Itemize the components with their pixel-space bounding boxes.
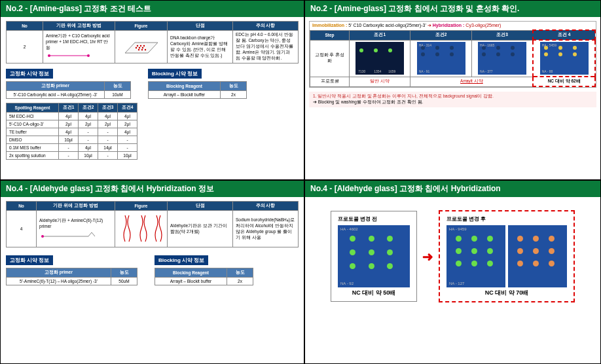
chip-image-c3: HA - 1665 NA - 377	[478, 42, 526, 75]
hdr-cons: 단점	[168, 22, 233, 31]
row2-arrayit: Arrayit 시약	[410, 77, 533, 86]
chip-image-after-green: HA - 9459 NA - 127	[446, 225, 505, 287]
spot-title: Spotting Reagent	[7, 103, 59, 113]
hdr-c3: 조건3	[471, 30, 533, 40]
after-block: 프로토콜 변경 후 HA - 9459 NA - 127	[439, 210, 575, 302]
spot-row: 5M EDC-HCl4μl4μl4μl4μl	[7, 113, 137, 120]
primer-section-label: 고정화 시약 정보	[6, 255, 53, 265]
blocking-hdr-2: 농도	[221, 82, 247, 91]
primer-val-1: 5'-C10 Carboxylic acid – HA oligo(25mer)…	[7, 91, 105, 99]
cell-caution: EDC는 pH 4.0 ~ 6.0에서 반응 잘 됨. Carboxy는 약산,…	[233, 31, 299, 64]
primer-hdr-2: 농도	[105, 82, 131, 91]
hdr-no: No	[7, 202, 37, 211]
molecule-diagram-icon	[39, 228, 98, 240]
after-caption: NC 대비 약 70배	[446, 289, 567, 297]
method-table: No 기판 위에 고정화 방법 Figure 단점 주의 사항 2 Amine기…	[6, 21, 299, 64]
dna-helix-icon	[118, 212, 164, 245]
spot-row: DMSO10μl---	[7, 136, 137, 144]
blocking-val-1: Arrayit – Blockit buffer	[149, 91, 221, 99]
cell-no: 2	[7, 31, 43, 64]
primer-table: 고정화 primer농도 5'-C10 Carboxylic acid – HA…	[6, 81, 131, 99]
blocking-val-2: 2x	[227, 278, 253, 285]
hdr-figure: Figure	[115, 202, 168, 211]
panel-amine-condition-test: No.2 - [Amine-glass] 고정화 조건 테스트 No 기판 위에…	[0, 0, 304, 180]
footnote: 1. 일반시약 적용시 고정화 및 혼성화는 이루어 지나, 전체적으로 bac…	[309, 92, 596, 107]
primer-hdr-2: 농도	[111, 268, 137, 278]
cell-method: Aldehyde기판 + AmineC(6)-T(12) primer	[39, 218, 103, 228]
svg-point-11	[141, 49, 142, 50]
after-label: 프로토콜 변경 후	[446, 215, 567, 223]
svg-point-4	[135, 47, 136, 48]
panel-title: No.2 - [Amine-glass] 고정화 칩에서 고정화 및 혼성화 확…	[305, 1, 600, 17]
chip-image-before: HA - 4602 NA - 92	[338, 225, 410, 287]
primer-val-2: 10uM	[105, 91, 131, 99]
hdr-caution: 주의 사항	[233, 22, 299, 31]
cell-caution: Sodium borohydride(NaBH₄)로 처리하여 Alcohol에…	[233, 211, 299, 247]
blocking-hdr-1: Blocking Reagent	[149, 82, 221, 91]
svg-point-8	[139, 45, 141, 46]
arrow-icon: ➜	[422, 249, 433, 264]
spot-c3: 조건3	[98, 103, 118, 113]
method-table: No 기판 위에 고정화 방법 Figure 단점 주의 사항 4 Aldehy…	[6, 201, 299, 247]
panel-amine-hybridization-check: No.2 - [Amine-glass] 고정화 칩에서 고정화 및 혼성화 확…	[304, 0, 601, 180]
svg-point-10	[137, 49, 139, 50]
svg-point-7	[136, 45, 137, 46]
hdr-figure: Figure	[115, 22, 168, 31]
nc-ratio: NC 대비 약 62배	[533, 77, 595, 86]
primer-val-2: 50uM	[111, 278, 137, 285]
before-block: 프로토콜 변경 전 HA - 4602 NA - 92 NC 대비 약 50배	[331, 211, 417, 302]
before-label: 프로토콜 변경 전	[338, 215, 410, 223]
primer-hdr-1: 고정화 primer	[7, 82, 105, 91]
chip-image-c2: HA - 314 NA - 91	[417, 42, 465, 75]
primer-val-1: 5'-AmineC(6)-T(12) – HA oligo(25mer) -3'	[7, 278, 111, 285]
blocking-table: Blocking Reagent농도 Arrayit – Blockit buf…	[155, 268, 253, 285]
cell-cons: DNA backbon charge가 Carboxy와 Amine결합을 방해…	[168, 31, 233, 64]
blocking-table: Blocking Reagent농도 Arrayit – Blockit buf…	[148, 81, 247, 99]
chip-image-c1: 7130 1354 1659	[355, 42, 404, 75]
condition-chip-table: Step 조건1 조건2 조건3 조건 4 고정화 후 혼성화 7130 135…	[310, 29, 596, 87]
cell-cons: Aldehyde기판은 보관 기간이 짧음(약 2개월)	[168, 211, 233, 247]
hdr-no: No	[7, 22, 43, 31]
before-caption: NC 대비 약 50배	[338, 289, 410, 297]
panel-title: No.2 - [Amine-glass] 고정화 조건 테스트	[1, 1, 304, 17]
hdr-method: 기판 위에 고정화 방법	[43, 22, 115, 31]
blocking-hdr-2: 농도	[227, 268, 253, 278]
blocking-hdr-1: Blocking Reagent	[155, 268, 227, 278]
panel-title: No.4 - [Aldehyde glass] 고정화 칩에서 Hybridiz…	[1, 181, 304, 197]
spot-row: 2x spotting solution-10μl-10μl	[7, 152, 137, 160]
hdr-step: Step	[310, 30, 350, 40]
hdr-c4: 조건 4	[533, 30, 595, 40]
cell-method: Amine기판 + C10 Carboxylic acid primer + 1…	[46, 33, 110, 50]
row2-label: 프로토콜	[310, 77, 350, 86]
hdr-c1: 조건1	[350, 30, 410, 40]
step-label: 고정화 후 혼성화	[310, 40, 350, 77]
svg-point-2	[87, 54, 90, 57]
spot-c4: 조건4	[118, 103, 137, 113]
spot-c1: 조건1	[59, 103, 79, 113]
chip-image-after-orange	[508, 225, 567, 287]
primer-table: 고정화 primer농도 5'-AmineC(6)-T(12) – HA oli…	[6, 268, 137, 285]
panel-title: No.4 - [Aldehyde glass] 고정화 칩에서 Hybridiz…	[305, 181, 600, 197]
svg-point-12	[144, 49, 145, 50]
svg-marker-3	[125, 43, 158, 53]
cell-no: 4	[7, 211, 37, 247]
spot-row: 0.1M MES buffer-4μl14μl-	[7, 144, 137, 152]
blocking-val-2: 2x	[221, 91, 247, 99]
molecule-diagram-icon	[46, 51, 92, 60]
blocking-section-label: Blocking 시약 정보	[148, 69, 202, 79]
primer-section-label: 고정화 시약 정보	[6, 69, 53, 79]
svg-point-9	[143, 45, 144, 46]
spot-row: 5'-C10 CA-oligo-3'2μl2μl2μl2μl	[7, 120, 137, 128]
hdr-method: 기판 위에 고정화 방법	[37, 202, 115, 211]
panel-aldehyde-hybridization-result: No.4 - [Aldehyde glass] 고정화 칩에서 Hybridiz…	[304, 180, 601, 364]
svg-point-5	[138, 47, 139, 48]
reaction-line: Immobilization : 5' C10 Carboxylic acid-…	[310, 22, 596, 29]
svg-point-1	[48, 54, 50, 57]
svg-point-13	[41, 235, 44, 238]
blocking-val-1: Arrayit – Blockit buffer	[155, 278, 227, 285]
hdr-c2: 조건2	[410, 30, 471, 40]
primer-hdr-1: 고정화 primer	[7, 268, 111, 278]
svg-point-6	[141, 47, 143, 48]
panel-aldehyde-hybridization-info: No.4 - [Aldehyde glass] 고정화 칩에서 Hybridiz…	[0, 180, 304, 364]
chip-image-c4: HA - 5459 NA - 88	[540, 42, 589, 75]
